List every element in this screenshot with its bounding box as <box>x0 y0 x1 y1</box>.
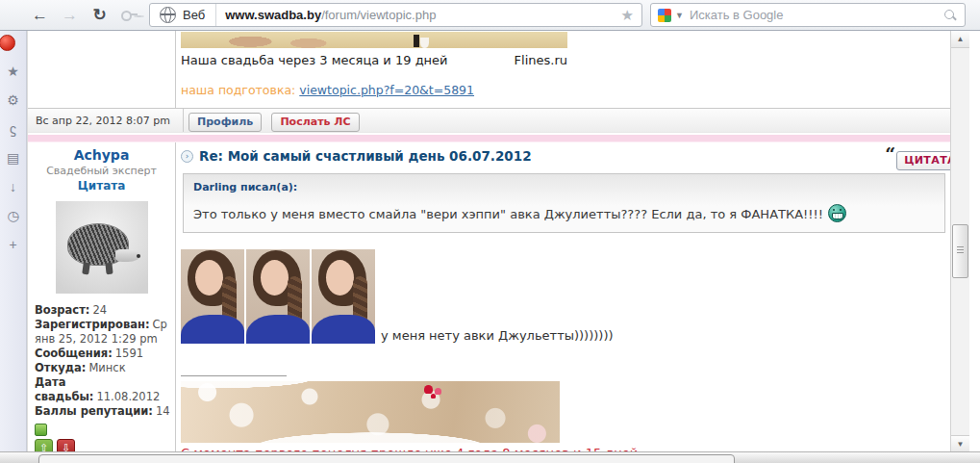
browser-window: ← → ↻ Веб www.swadba.by/forum/viewtopic.… <box>0 0 980 463</box>
signature-banner-image <box>181 381 560 443</box>
detail-reputation: Баллы репутации:14 <box>35 404 172 419</box>
main-post-row: Achypa Свадебный эксперт Цитата Возраст:… <box>28 142 950 454</box>
history-clock-icon[interactable]: ◷ <box>5 207 22 224</box>
unite-icon[interactable]: ϛ <box>5 120 22 138</box>
banner-caption-text: Наша свадьба через 3 месяца и 19 дней <box>181 53 448 67</box>
quote-body: Это только у меня вместо смайла "вери хэ… <box>193 204 935 222</box>
previous-post-row: Наша свадьба через 3 месяца и 19 дней Fl… <box>28 31 950 108</box>
preparation-label: наша подготовка: <box>181 83 295 97</box>
grin-smiley-icon <box>828 204 846 222</box>
quote-header: Darling писал(а): <box>193 181 935 193</box>
web-mode-label: Веб <box>183 8 205 22</box>
globe-icon <box>160 7 176 23</box>
previous-post-body-cell: Наша свадьба через 3 месяца и 19 дней Fl… <box>176 31 950 108</box>
google-icon <box>658 9 671 22</box>
preparation-link[interactable]: viewtopic.php?f=20&t=5891 <box>299 83 474 97</box>
page-content: Наша свадьба через 3 месяца и 19 дней Fl… <box>27 31 950 463</box>
detail-location: Откуда:Минск <box>35 361 172 375</box>
search-box[interactable]: ▼ Искать в Google <box>650 3 966 27</box>
status-popup-edge <box>38 454 735 463</box>
downloads-icon[interactable]: ↓ <box>5 178 22 195</box>
post-separator <box>28 133 950 142</box>
quote-button[interactable]: ЦИТАТА <box>896 151 950 170</box>
quote-button-wrap: “ЦИТАТА <box>885 146 950 170</box>
banner-source-text: Flines.ru <box>515 53 567 67</box>
preparation-line: наша подготовка: viewtopic.php?f=20&t=58… <box>181 83 950 97</box>
widgets-gear-icon[interactable]: ⚙ <box>5 91 22 109</box>
author-avatar <box>56 201 148 294</box>
bride-hairstyle-photo[interactable] <box>312 249 375 344</box>
search-engine-caret-icon[interactable]: ▼ <box>675 11 684 20</box>
hedgehog-face <box>115 249 140 262</box>
detail-registered: Зарегистрирован:Ср янв 25, 2012 1:29 pm <box>35 318 172 347</box>
hedgehog-leg <box>105 263 113 275</box>
browser-body: ★ ⚙ ϛ ▤ ↓ ◷ + Наша свадьба через 3 месяц… <box>0 31 980 463</box>
address-bar[interactable]: Веб www.swadba.by/forum/viewtopic.php ★ <box>149 3 642 27</box>
scroll-down-icon[interactable]: ▼ <box>951 435 969 452</box>
browser-toolbar: ← → ↻ Веб www.swadba.by/forum/viewtopic.… <box>0 0 980 31</box>
speed-dial-icon[interactable] <box>5 34 22 51</box>
add-panel-plus-icon[interactable]: + <box>5 236 22 253</box>
quoted-message: Darling писал(а): Это только у меня вмес… <box>183 173 945 233</box>
profile-button[interactable]: Профиль <box>188 113 262 132</box>
butterfly-decoration <box>424 385 433 394</box>
post-bullet-icon: › <box>181 150 193 163</box>
post-date: Вс апр 22, 2012 8:07 pm <box>28 109 184 132</box>
post-media-row: у меня нету авки Джульетты)))))))) <box>181 249 950 344</box>
vertical-scrollbar[interactable]: ▲ ▼ <box>950 31 969 463</box>
post-title-row: › Re: Мой самый счастливый день 06.07.20… <box>181 148 950 164</box>
send-pm-button[interactable]: Послать ЛС <box>271 113 359 132</box>
scrollbar-thumb[interactable] <box>952 224 968 278</box>
post-title[interactable]: Re: Мой самый счастливый день 06.07.2012 <box>199 148 532 164</box>
post-action-row: Вс апр 22, 2012 8:07 pm Профиль Послать … <box>28 108 950 133</box>
back-icon[interactable]: ← <box>25 3 55 28</box>
search-input[interactable]: Искать в Google <box>690 8 943 22</box>
side-panel: ★ ⚙ ϛ ▤ ↓ ◷ + <box>0 31 27 463</box>
author-name[interactable]: Achypa <box>28 147 175 163</box>
url-input[interactable]: www.swadba.by/forum/viewtopic.php <box>216 8 613 22</box>
hedgehog-leg <box>82 263 90 275</box>
banner-caption: Наша свадьба через 3 месяца и 19 дней Fl… <box>181 53 567 67</box>
status-bar <box>0 451 980 463</box>
groom-figure <box>414 35 419 47</box>
reputation-badge-icon <box>35 424 47 436</box>
post-body-cell: › Re: Мой самый счастливый день 06.07.20… <box>176 142 950 454</box>
bride-hairstyle-photo[interactable] <box>246 249 310 344</box>
detail-messages: Сообщения:1591 <box>35 347 172 361</box>
author-rank: Свадебный эксперт <box>28 165 175 177</box>
post-action-buttons: Профиль Послать ЛС <box>184 109 950 132</box>
quote-mark-icon: “ <box>885 143 895 165</box>
author-quote-link[interactable]: Цитата <box>28 179 175 193</box>
author-details: Возраст:24 Зарегистрирован:Ср янв 25, 20… <box>28 294 175 419</box>
post-author-cell: Achypa Свадебный эксперт Цитата Возраст:… <box>28 142 176 454</box>
search-magnifier-icon[interactable] <box>943 9 957 22</box>
password-key-icon[interactable] <box>114 3 144 28</box>
bride-hairstyle-photo[interactable] <box>181 249 244 344</box>
detail-wedding-date: Дата свадьбы:11.08.2012 <box>35 375 172 404</box>
notes-icon[interactable]: ▤ <box>5 149 22 167</box>
url-host: www.swadba.by <box>225 8 321 22</box>
bookmark-star-icon[interactable]: ★ <box>614 7 641 24</box>
scroll-up-icon[interactable]: ▲ <box>951 31 969 48</box>
wedding-countdown-banner-image <box>181 32 567 48</box>
previous-post-user-cell <box>28 31 176 108</box>
url-path: /forum/viewtopic.php <box>321 8 436 22</box>
reply-text: у меня нету авки Джульетты)))))))) <box>381 328 614 344</box>
detail-age: Возраст:24 <box>35 303 172 318</box>
signature-divider <box>181 375 287 376</box>
bookmarks-icon[interactable]: ★ <box>5 63 22 80</box>
window-right-edge <box>969 31 980 463</box>
web-mode-button[interactable]: Веб <box>150 4 216 26</box>
reload-icon[interactable]: ↻ <box>85 3 114 28</box>
bride-figure <box>420 38 429 48</box>
forward-icon[interactable]: → <box>55 3 85 28</box>
